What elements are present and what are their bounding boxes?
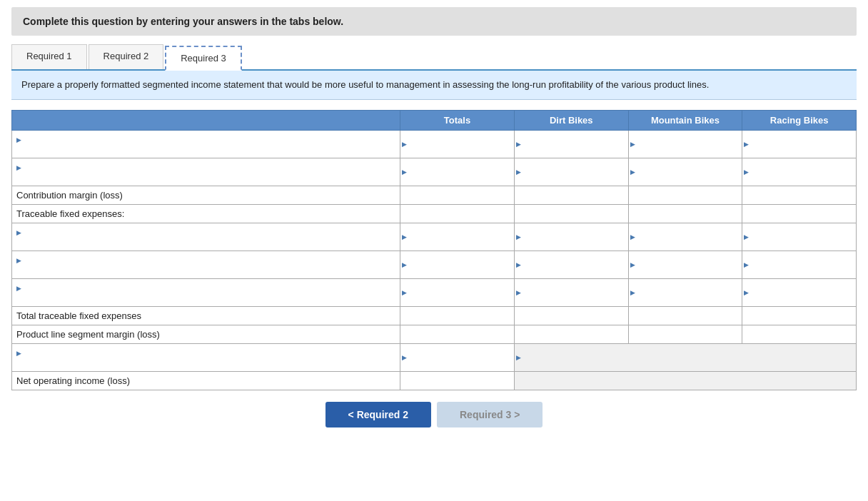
col-header-label — [12, 110, 400, 130]
table-row: Product line segment margin (loss) — [12, 325, 857, 343]
row7-racing-cell — [742, 278, 857, 306]
row-label-1 — [12, 130, 400, 158]
row3-dirt-input[interactable] — [519, 190, 624, 201]
row8-racing-input[interactable] — [747, 310, 852, 321]
row1-totals-input[interactable] — [405, 138, 510, 149]
row2-racing-input[interactable] — [747, 166, 852, 177]
row8-totals-input[interactable] — [405, 310, 510, 321]
row2-totals-cell — [400, 158, 515, 186]
row-label-contribution: Contribution margin (loss) — [12, 186, 400, 204]
row11-totals-input[interactable] — [405, 375, 510, 386]
row9-totals-input[interactable] — [405, 329, 510, 340]
col-header-mountain-bikes: Mountain Bikes — [628, 110, 742, 130]
row8-totals-cell — [400, 306, 515, 325]
row1-racing-cell — [742, 130, 857, 158]
row4-racing-cell — [742, 204, 857, 223]
row1-dirt-input[interactable] — [519, 138, 624, 149]
tab-required2[interactable]: Required 2 — [89, 44, 164, 69]
row4-mountain-cell — [628, 204, 742, 223]
row5-racing-cell — [742, 223, 857, 250]
row6-racing-input[interactable] — [747, 259, 852, 270]
row10-label-input[interactable] — [16, 358, 395, 368]
back-button[interactable]: < Required 2 — [326, 402, 431, 427]
row3-mountain-input[interactable] — [633, 190, 738, 201]
row5-dirt-cell — [514, 223, 628, 250]
row-label-product-margin: Product line segment margin (loss) — [12, 325, 400, 343]
table-row: Traceable fixed expenses: — [12, 204, 857, 223]
row6-dirt-input[interactable] — [519, 259, 624, 270]
row6-racing-cell — [742, 250, 857, 278]
tabs-container: Required 1 Required 2 Required 3 — [11, 44, 857, 71]
row2-totals-input[interactable] — [405, 166, 510, 177]
col-header-totals: Totals — [400, 110, 515, 130]
row3-racing-input[interactable] — [747, 190, 852, 201]
income-statement-table: Totals Dirt Bikes Mountain Bikes Racing … — [11, 110, 857, 390]
row9-mountain-cell — [628, 325, 742, 343]
table-row — [12, 250, 857, 278]
table-row — [12, 158, 857, 186]
row11-merged-cell — [514, 371, 856, 390]
row7-mountain-cell — [628, 278, 742, 306]
row9-dirt-input[interactable] — [519, 329, 624, 340]
row2-dirt-input[interactable] — [519, 166, 624, 177]
col-header-racing-bikes: Racing Bikes — [742, 110, 857, 130]
row5-mountain-input[interactable] — [633, 231, 738, 242]
row-label-10 — [12, 343, 400, 371]
row2-racing-cell — [742, 158, 857, 186]
row4-dirt-cell — [514, 204, 628, 223]
row1-racing-input[interactable] — [747, 138, 852, 149]
row6-label-input[interactable] — [16, 265, 395, 275]
row10-merged-cell — [514, 343, 856, 371]
row-label-2 — [12, 158, 400, 186]
row8-dirt-input[interactable] — [519, 310, 624, 321]
row6-totals-input[interactable] — [405, 259, 510, 270]
row5-racing-input[interactable] — [747, 231, 852, 242]
row6-totals-cell — [400, 250, 515, 278]
forward-button[interactable]: Required 3 > — [437, 402, 542, 427]
row10-totals-input[interactable] — [405, 352, 510, 363]
row1-mountain-input[interactable] — [633, 138, 738, 149]
table-row — [12, 130, 857, 158]
row7-totals-input[interactable] — [405, 287, 510, 298]
nav-buttons-container: < Required 2 Required 3 > — [11, 402, 857, 427]
row7-mountain-input[interactable] — [633, 287, 738, 298]
row9-mountain-input[interactable] — [633, 329, 738, 340]
row3-totals-cell — [400, 186, 515, 204]
row7-label-input[interactable] — [16, 293, 395, 303]
row2-dirt-cell — [514, 158, 628, 186]
row3-totals-input[interactable] — [405, 190, 510, 201]
row4-totals-cell — [400, 204, 515, 223]
row5-totals-cell — [400, 223, 515, 250]
row11-totals-cell — [400, 371, 515, 390]
row-label-7 — [12, 278, 400, 306]
row5-dirt-input[interactable] — [519, 231, 624, 242]
row2-mountain-cell — [628, 158, 742, 186]
row-label-total-traceable: Total traceable fixed expenses — [12, 306, 400, 325]
row-label-traceable: Traceable fixed expenses: — [12, 204, 400, 223]
row-label-net-income: Net operating income (loss) — [12, 371, 400, 390]
tab-required1[interactable]: Required 1 — [11, 44, 87, 69]
tab-required3[interactable]: Required 3 — [165, 46, 242, 71]
row1-label-input[interactable] — [16, 144, 395, 155]
row10-totals-cell — [400, 343, 515, 371]
header-text: Complete this question by entering your … — [23, 16, 343, 27]
row2-label-input[interactable] — [16, 172, 395, 183]
row3-racing-cell — [742, 186, 857, 204]
row5-label-input[interactable] — [16, 237, 395, 248]
row7-dirt-input[interactable] — [519, 287, 624, 298]
row3-dirt-cell — [514, 186, 628, 204]
table-row — [12, 343, 857, 371]
table-row — [12, 278, 857, 306]
row-label-6 — [12, 250, 400, 278]
row8-mountain-input[interactable] — [633, 310, 738, 321]
row7-totals-cell — [400, 278, 515, 306]
row9-totals-cell — [400, 325, 515, 343]
row2-mountain-input[interactable] — [633, 166, 738, 177]
table-row: Contribution margin (loss) — [12, 186, 857, 204]
row7-racing-input[interactable] — [747, 287, 852, 298]
row6-mountain-input[interactable] — [633, 259, 738, 270]
row7-dirt-cell — [514, 278, 628, 306]
row5-totals-input[interactable] — [405, 231, 510, 242]
row9-racing-input[interactable] — [747, 329, 852, 340]
row9-racing-cell — [742, 325, 857, 343]
